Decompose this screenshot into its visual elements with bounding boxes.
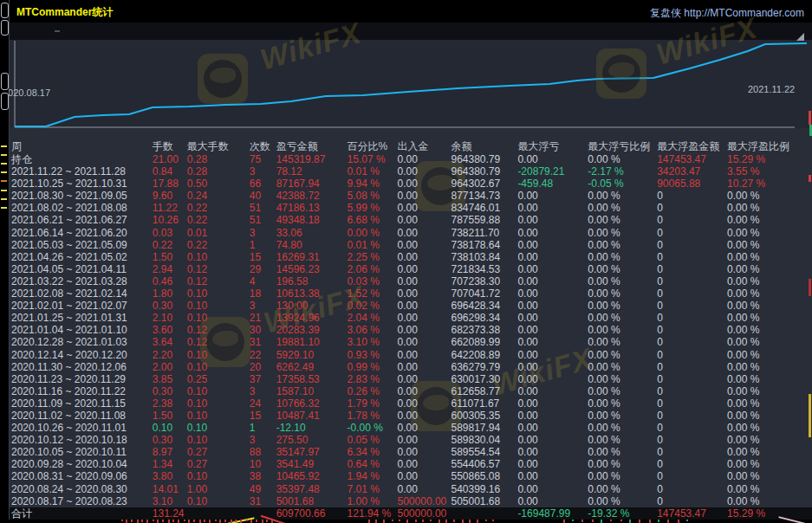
table-row[interactable]: 持仓 21.00 0.28 75 145319.87 15.07 % 0.00 …	[10, 153, 812, 165]
cell-pl-amount: 17358.53	[276, 373, 348, 385]
menu-item[interactable]	[150, 30, 155, 32]
menu-item[interactable]	[188, 30, 193, 32]
table-row[interactable]: 2021.08.30 ~ 2021.09.05 9.60 0.24 40 423…	[10, 190, 812, 202]
table-row[interactable]: 2021.05.03 ~ 2021.05.09 0.22 0.22 1 74.8…	[10, 239, 812, 251]
cell-balance: 589830.04	[451, 434, 517, 446]
menu-item[interactable]	[74, 30, 79, 32]
cell-max-float-profit-pct: 0.00 %	[727, 324, 812, 336]
cell-deposit-withdraw: 0.00	[398, 275, 451, 287]
cell-max-float-profit: 0	[657, 385, 727, 397]
cell-deposit-withdraw: 0.00	[398, 434, 451, 446]
cell-week: 2021.10.25 ~ 2021.10.31	[10, 178, 153, 190]
cell-deposit-withdraw: 0.00	[398, 373, 451, 385]
cell-max-lots: 0.10	[187, 495, 250, 507]
mtcommander-stats-window: MTCommander统计 复盘侠 http://MTCommander.com…	[9, 0, 812, 523]
menu-item[interactable]	[169, 30, 174, 32]
cell-deposit-withdraw: 0.00	[398, 385, 451, 397]
header-percent: 百分比%	[348, 140, 398, 153]
header-pl-amount: 盈亏金额	[276, 140, 348, 153]
cell-pl-amount: 47186.13	[276, 202, 348, 214]
table-row[interactable]: 2021.10.25 ~ 2021.10.31 17.88 0.50 66 87…	[10, 178, 812, 190]
header-deposit-withdraw: 出入金	[398, 140, 451, 153]
table-row[interactable]: 2020.09.28 ~ 2020.10.04 1.34 0.27 10 354…	[10, 458, 812, 470]
cell-pl-amount: 14596.23	[276, 263, 348, 275]
cell-max-float-loss: 0.00	[517, 373, 588, 385]
wikifx-logo-icon	[596, 48, 646, 99]
cell-percent: 5.08 %	[348, 190, 398, 202]
table-row[interactable]: 2020.11.23 ~ 2020.11.29 3.85 0.25 37 173…	[10, 373, 812, 385]
edge-marker	[1, 171, 7, 173]
table-row[interactable]: 2021.08.02 ~ 2021.08.08 11.22 0.22 51 47…	[10, 202, 812, 214]
table-row[interactable]: 2021.06.21 ~ 2021.06.27 10.26 0.22 51 49…	[10, 214, 812, 226]
cell-count: 88	[250, 446, 276, 458]
cell-max-float-loss-pct: 0.00 %	[588, 300, 657, 312]
table-row[interactable]: 2020.11.16 ~ 2020.11.22 0.30 0.10 3 1587…	[10, 385, 812, 397]
cell-max-float-loss: 0.00	[517, 397, 588, 410]
cell-count: 75	[250, 153, 276, 165]
cell-week: 2021.03.22 ~ 2021.03.28	[10, 275, 153, 287]
cell-lots: 1.80	[153, 287, 187, 300]
menu-item[interactable]	[93, 30, 98, 32]
cell-week: 2020.08.17 ~ 2020.08.23	[10, 495, 153, 507]
cell-max-lots: 0.10	[187, 410, 250, 422]
table-row[interactable]: 2021.03.22 ~ 2021.03.28 0.46 0.12 4 196.…	[10, 275, 812, 287]
cell-percent: 2.04 %	[348, 312, 398, 324]
cell-balance: 642208.89	[451, 349, 517, 361]
table-row[interactable]: 2021.02.01 ~ 2021.02.07 0.30 0.10 3 130.…	[10, 300, 812, 312]
menu-item[interactable]	[16, 30, 22, 32]
menu-item[interactable]	[112, 30, 117, 32]
cell-max-float-loss: 0.00	[517, 312, 588, 324]
cell-max-float-loss-pct: 0.00 %	[588, 287, 657, 300]
cell-max-float-profit: 0	[657, 287, 727, 300]
table-row[interactable]: 2020.08.24 ~ 2020.08.30 14.01 1.00 49 35…	[10, 483, 812, 495]
cell-deposit-withdraw: 0.00	[398, 190, 451, 202]
resize-grip-icon[interactable]	[796, 33, 804, 41]
cell-percent: 1.94 %	[348, 470, 398, 482]
table-row[interactable]: 2021.01.25 ~ 2021.01.31 2.10 0.10 21 139…	[10, 312, 812, 324]
cell-count: 15	[250, 410, 276, 422]
table-row[interactable]: 2021.02.08 ~ 2021.02.14 1.80 0.10 18 106…	[10, 287, 812, 300]
table-row[interactable]: 2020.12.14 ~ 2020.12.20 2.20 0.10 22 592…	[10, 349, 812, 361]
cell-percent: 1.79 %	[348, 397, 398, 410]
cell-deposit-withdraw: 0.00	[398, 263, 451, 275]
cell-week: 2020.12.28 ~ 2021.01.03	[10, 336, 153, 348]
table-row[interactable]: 2020.11.09 ~ 2020.11.15 2.38 0.10 24 107…	[10, 397, 812, 410]
cell-max-float-profit: 0	[657, 446, 727, 458]
table-row[interactable]: 2020.10.12 ~ 2020.10.18 0.30 0.10 3 275.…	[10, 434, 812, 446]
table-row[interactable]: 2020.10.05 ~ 2020.10.11 8.97 0.27 88 351…	[10, 446, 812, 458]
header-max-float-profit-pct: 最大浮盈比例	[727, 140, 812, 153]
table-row[interactable]: 2020.08.31 ~ 2020.09.06 3.80 0.10 38 104…	[10, 470, 812, 482]
cell-balance: 682373.38	[451, 324, 517, 336]
cell-max-lots: 0.24	[187, 190, 250, 202]
cell-deposit-withdraw: 0.00	[398, 349, 451, 361]
table-row[interactable]: 2021.11.22 ~ 2021.11.28 0.84 0.28 3 78.1…	[10, 165, 812, 178]
cell-max-float-loss: 0.00	[517, 190, 588, 202]
cell-max-float-profit: 0	[657, 324, 727, 336]
table-row[interactable]: 2020.12.28 ~ 2021.01.03 3.64 0.12 31 198…	[10, 336, 812, 348]
cell-pl-amount: -12.10	[276, 422, 348, 434]
table-row[interactable]: 2021.04.05 ~ 2021.04.11 2.94 0.12 29 145…	[10, 263, 812, 275]
cell-pl-amount: 10465.92	[276, 470, 348, 482]
table-row[interactable]: 2020.08.17 ~ 2020.08.23 3.10 0.10 31 500…	[10, 495, 812, 507]
cell-max-float-profit: 90065.88	[657, 178, 727, 190]
edge-button-icon	[1, 93, 9, 110]
table-row[interactable]: 2020.11.02 ~ 2020.11.08 1.50 0.10 15 104…	[10, 410, 812, 422]
cell-percent: 0.00 %	[348, 227, 398, 239]
table-row[interactable]: 2020.11.30 ~ 2020.12.06 2.00 0.10 20 626…	[10, 361, 812, 373]
menu-item[interactable]	[131, 30, 136, 32]
table-row[interactable]: 2021.06.14 ~ 2021.06.20 0.03 0.01 3 33.0…	[10, 227, 812, 239]
table-row[interactable]: 2020.10.26 ~ 2020.11.01 0.10 0.10 1 -12.…	[10, 422, 812, 434]
cell-lots: 3.85	[153, 373, 187, 385]
cell-max-lots: 1.00	[187, 483, 250, 495]
cell-max-lots: 0.10	[187, 251, 250, 263]
cell-week: 持仓	[10, 153, 153, 165]
menu-item[interactable]	[55, 30, 60, 32]
table-row[interactable]: 2021.01.04 ~ 2021.01.10 3.60 0.12 30 202…	[10, 324, 812, 336]
cell-lots: 9.60	[153, 190, 187, 202]
cell-balance: 696428.34	[451, 300, 517, 312]
table-row[interactable]: 2021.04.26 ~ 2021.05.02 1.50 0.10 15 162…	[10, 251, 812, 263]
cell-pl-amount: 145319.87	[276, 153, 348, 165]
menu-item[interactable]	[36, 30, 41, 32]
table-row[interactable]: 合计 131.24 609700.66 121.94 % 500000.00 -…	[10, 507, 812, 520]
edge-button-icon	[1, 73, 9, 90]
